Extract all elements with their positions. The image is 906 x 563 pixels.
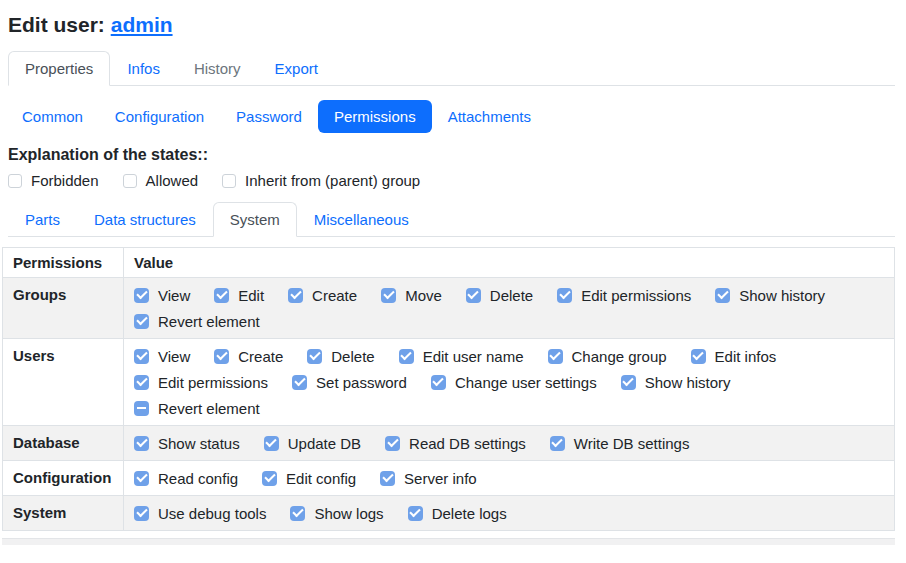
permission-label: Delete: [490, 287, 533, 304]
checkbox-icon[interactable]: [431, 375, 446, 390]
checkbox-icon[interactable]: [134, 471, 149, 486]
permission-checkbox-item[interactable]: Delete logs: [408, 500, 507, 526]
checkbox-icon[interactable]: [621, 375, 636, 390]
sub-tab[interactable]: Configuration: [99, 100, 220, 133]
edited-user-link[interactable]: admin: [111, 13, 173, 36]
checkbox-icon[interactable]: [222, 174, 236, 188]
permission-checkbox-item[interactable]: Edit: [214, 282, 264, 308]
checkbox-icon[interactable]: [134, 401, 149, 416]
sub-tab[interactable]: Common: [6, 100, 99, 133]
legend-item-label: Forbidden: [31, 172, 99, 189]
permission-checkbox-item[interactable]: Update DB: [264, 430, 361, 456]
legend-heading: Explanation of the states::: [8, 146, 906, 164]
legend-checkbox-item[interactable]: Allowed: [123, 172, 199, 189]
checkbox-icon[interactable]: [134, 436, 149, 451]
permission-checkbox-item[interactable]: Revert element: [134, 308, 260, 334]
permission-checkbox-item[interactable]: Edit user name: [399, 343, 524, 369]
permission-label: Revert element: [158, 313, 260, 330]
checkbox-icon[interactable]: [292, 375, 307, 390]
checkbox-icon[interactable]: [123, 174, 137, 188]
checkbox-icon[interactable]: [399, 349, 414, 364]
sub-tab[interactable]: Permissions: [318, 100, 432, 133]
checkbox-icon[interactable]: [264, 436, 279, 451]
section-tab[interactable]: Miscellaneous: [297, 202, 426, 237]
permission-label: View: [158, 348, 190, 365]
checkbox-icon[interactable]: [385, 436, 400, 451]
permission-list: Show status Update DB Read DB settings: [134, 430, 884, 456]
permission-checkbox-item[interactable]: Create: [214, 343, 283, 369]
sub-tab[interactable]: Password: [220, 100, 318, 133]
checkbox-icon[interactable]: [134, 375, 149, 390]
checkbox-icon[interactable]: [550, 436, 565, 451]
main-tab[interactable]: Export: [258, 51, 335, 86]
permission-label: Edit permissions: [158, 374, 268, 391]
checkbox-icon[interactable]: [262, 471, 277, 486]
permission-label: Edit permissions: [581, 287, 691, 304]
permission-checkbox-item[interactable]: Read DB settings: [385, 430, 526, 456]
permission-checkbox-item[interactable]: Write DB settings: [550, 430, 690, 456]
permission-checkbox-item[interactable]: Show logs: [290, 500, 383, 526]
checkbox-icon[interactable]: [290, 506, 305, 521]
permission-checkbox-item[interactable]: Show status: [134, 430, 240, 456]
table-row-database: Database Show status Update DB: [3, 426, 895, 461]
permission-checkbox-item[interactable]: Edit permissions: [134, 369, 268, 395]
checkbox-icon[interactable]: [134, 314, 149, 329]
checkbox-icon[interactable]: [134, 288, 149, 303]
checkbox-icon[interactable]: [715, 288, 730, 303]
permission-checkbox-item[interactable]: Read config: [134, 465, 238, 491]
table-row-system: System Use debug tools Show logs: [3, 496, 895, 531]
permission-checkbox-item[interactable]: Change group: [548, 343, 667, 369]
checkbox-icon[interactable]: [288, 288, 303, 303]
permission-checkbox-item[interactable]: Delete: [466, 282, 533, 308]
checkbox-icon[interactable]: [8, 174, 22, 188]
checkbox-icon[interactable]: [691, 349, 706, 364]
permission-checkbox-item[interactable]: Delete: [307, 343, 374, 369]
section-tab[interactable]: Parts: [8, 202, 77, 237]
checkbox-icon[interactable]: [214, 288, 229, 303]
permission-checkbox-item[interactable]: View: [134, 282, 190, 308]
permission-label: Move: [405, 287, 442, 304]
main-tab[interactable]: Infos: [110, 51, 177, 86]
permission-label: Show history: [645, 374, 731, 391]
permission-checkbox-item[interactable]: Show history: [621, 369, 731, 395]
legend-checkbox-item[interactable]: Forbidden: [8, 172, 99, 189]
permission-label: Show status: [158, 435, 240, 452]
checkbox-icon[interactable]: [214, 349, 229, 364]
permission-checkbox-item[interactable]: Edit permissions: [557, 282, 691, 308]
permission-checkbox-item[interactable]: Revert element: [134, 395, 260, 421]
permissions-table: Permissions Value Groups View Edit: [2, 247, 895, 531]
permission-label: Create: [312, 287, 357, 304]
permission-checkbox-item[interactable]: Show history: [715, 282, 825, 308]
checkbox-icon[interactable]: [380, 471, 395, 486]
permission-checkbox-item[interactable]: View: [134, 343, 190, 369]
section-tab[interactable]: System: [213, 202, 297, 237]
permission-checkbox-item[interactable]: Edit config: [262, 465, 356, 491]
main-tab[interactable]: History: [177, 51, 258, 86]
section-tab[interactable]: Data structures: [77, 202, 213, 237]
permission-checkbox-item[interactable]: Create: [288, 282, 357, 308]
permission-checkbox-item[interactable]: Change user settings: [431, 369, 597, 395]
permission-checkbox-item[interactable]: Use debug tools: [134, 500, 266, 526]
legend-checkbox-item[interactable]: Inherit from (parent) group: [222, 172, 420, 189]
main-tab[interactable]: Properties: [8, 51, 110, 86]
permission-label: Edit infos: [715, 348, 777, 365]
permission-checkbox-item[interactable]: Server info: [380, 465, 477, 491]
checkbox-icon[interactable]: [408, 506, 423, 521]
checkbox-icon[interactable]: [134, 349, 149, 364]
table-row-users: Users View Create Delete: [3, 339, 895, 426]
sub-tab[interactable]: Attachments: [432, 100, 547, 133]
permission-list: View Edit Create Move: [134, 282, 884, 334]
permission-label: Delete logs: [432, 505, 507, 522]
row-category: Users: [3, 339, 124, 426]
checkbox-icon[interactable]: [307, 349, 322, 364]
permission-checkbox-item[interactable]: Edit infos: [691, 343, 777, 369]
permission-checkbox-item[interactable]: Set password: [292, 369, 407, 395]
checkbox-icon[interactable]: [466, 288, 481, 303]
permission-label: Delete: [331, 348, 374, 365]
permission-checkbox-item[interactable]: Move: [381, 282, 442, 308]
checkbox-icon[interactable]: [134, 506, 149, 521]
checkbox-icon[interactable]: [381, 288, 396, 303]
checkbox-icon[interactable]: [548, 349, 563, 364]
checkbox-icon[interactable]: [557, 288, 572, 303]
permission-label: Use debug tools: [158, 505, 266, 522]
